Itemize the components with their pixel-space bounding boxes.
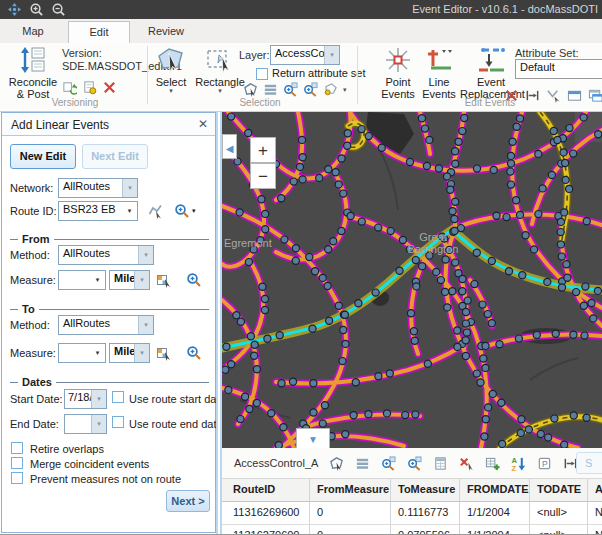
point-event-dot[interactable] <box>335 302 342 309</box>
point-event-dot[interactable] <box>268 410 275 417</box>
tab-map[interactable]: Map <box>8 21 58 43</box>
from-method-combobox[interactable]: AllRoutes ▾ <box>58 245 154 265</box>
point-event-dot[interactable] <box>236 209 243 216</box>
point-event-dot[interactable] <box>462 352 469 359</box>
layer-combobox[interactable]: AccessControl_A ▾ <box>270 45 340 65</box>
point-event-dot[interactable] <box>387 228 394 235</box>
point-event-dot[interactable] <box>519 272 526 279</box>
point-event-dot[interactable] <box>459 128 466 135</box>
point-event-dot[interactable] <box>324 282 331 289</box>
point-event-dot[interactable] <box>513 123 520 130</box>
point-event-dot[interactable] <box>580 114 587 121</box>
table-column-header[interactable]: TODATE <box>530 479 588 501</box>
point-event-dot[interactable] <box>463 329 470 336</box>
select-button[interactable]: Select ▾ <box>150 46 192 94</box>
network-dropdown-icon[interactable]: ▾ <box>122 179 137 197</box>
point-event-dot[interactable] <box>444 304 451 311</box>
clear-selection-icon[interactable] <box>323 82 338 97</box>
point-event-dot[interactable] <box>319 420 326 427</box>
select-dropdown-icon[interactable]: ▾ <box>150 88 192 94</box>
merge-coincident-events-checkbox[interactable] <box>11 457 23 469</box>
point-event-dot[interactable] <box>488 257 495 264</box>
point-event-dot[interactable] <box>437 277 444 284</box>
select-by-polygon-icon[interactable] <box>243 82 258 97</box>
point-event-dot[interactable] <box>557 218 564 225</box>
point-event-dot[interactable] <box>225 386 232 393</box>
point-event-dot[interactable] <box>281 236 288 243</box>
point-event-dot[interactable] <box>449 208 456 215</box>
point-event-dot[interactable] <box>365 411 372 418</box>
new-edit-button[interactable]: New Edit <box>10 144 76 169</box>
start-date-dropdown-icon[interactable]: ▾ <box>91 390 106 408</box>
point-event-dot[interactable] <box>330 238 337 245</box>
point-event-dot[interactable] <box>452 259 459 266</box>
point-event-dot[interactable] <box>482 364 489 371</box>
point-event-dot[interactable] <box>262 226 269 233</box>
point-events-button[interactable]: Point Events <box>376 46 420 100</box>
point-event-dot[interactable] <box>399 236 406 243</box>
table-column-header[interactable]: AC <box>588 479 602 501</box>
point-event-dot[interactable] <box>459 275 466 282</box>
point-event-dot[interactable] <box>372 289 379 296</box>
point-event-dot[interactable] <box>507 168 514 175</box>
point-event-dot[interactable] <box>247 333 254 340</box>
point-event-dot[interactable] <box>375 224 382 231</box>
point-event-dot[interactable] <box>352 379 359 386</box>
point-event-dot[interactable] <box>421 125 428 132</box>
table-clear-selection-icon[interactable] <box>459 456 474 471</box>
point-event-dot[interactable] <box>583 218 590 225</box>
table-column-header[interactable]: FROMDATE <box>460 479 530 501</box>
point-event-dot[interactable] <box>355 300 362 307</box>
point-event-dot[interactable] <box>580 302 587 309</box>
point-event-dot[interactable] <box>452 198 459 205</box>
point-event-dot[interactable] <box>299 176 306 183</box>
point-event-dot[interactable] <box>292 245 299 252</box>
point-event-dot[interactable] <box>402 412 409 419</box>
point-event-dot[interactable] <box>342 431 349 438</box>
use-route-end-date-checkbox[interactable] <box>112 416 124 428</box>
zoom-to-selection-icon[interactable] <box>283 82 298 97</box>
point-event-dot[interactable] <box>264 335 271 342</box>
point-event-dot[interactable] <box>507 152 514 159</box>
point-event-dot[interactable] <box>245 129 252 136</box>
point-event-dot[interactable] <box>513 197 520 204</box>
point-event-dot[interactable] <box>412 257 419 264</box>
point-event-dot[interactable] <box>316 174 323 181</box>
point-event-dot[interactable] <box>561 441 568 448</box>
point-event-dot[interactable] <box>570 331 577 338</box>
point-event-dot[interactable] <box>454 343 461 350</box>
point-event-dot[interactable] <box>412 411 419 418</box>
point-event-dot[interactable] <box>237 318 244 325</box>
map-canvas[interactable]: Egremont Great Barrington <box>222 112 602 448</box>
point-event-dot[interactable] <box>518 416 525 423</box>
prevent-measures-checkbox[interactable] <box>11 472 23 484</box>
point-event-dot[interactable] <box>515 335 522 342</box>
point-event-dot[interactable] <box>481 433 488 440</box>
point-event-dot[interactable] <box>563 261 570 268</box>
point-event-dot[interactable] <box>309 325 316 332</box>
point-event-dot[interactable] <box>544 278 551 285</box>
point-event-dot[interactable] <box>594 287 601 294</box>
point-event-dot[interactable] <box>289 378 296 385</box>
point-event-dot[interactable] <box>548 171 555 178</box>
point-event-dot[interactable] <box>517 429 524 436</box>
point-event-dot[interactable] <box>462 320 469 327</box>
table-list-icon[interactable] <box>355 456 370 471</box>
table-row[interactable]: 1131627060000.07955961/1/2004<null>N <box>222 525 602 535</box>
from-units-combobox[interactable]: Miles ▾ <box>109 270 150 290</box>
point-event-dot[interactable] <box>410 328 417 335</box>
return-attribute-set-checkbox[interactable] <box>256 68 268 80</box>
point-event-dot[interactable] <box>312 268 319 275</box>
from-measure-dropdown-icon[interactable]: ▾ <box>90 271 105 289</box>
selection-list-icon[interactable] <box>263 82 278 97</box>
point-event-dot[interactable] <box>310 380 317 387</box>
point-event-dot[interactable] <box>558 253 565 260</box>
point-event-dot[interactable] <box>461 114 468 121</box>
table-save-button[interactable]: S <box>576 452 602 474</box>
point-event-dot[interactable] <box>222 366 229 373</box>
point-event-dot[interactable] <box>233 312 240 319</box>
event-window-alt-icon[interactable] <box>588 88 602 103</box>
point-event-dot[interactable] <box>493 212 500 219</box>
point-event-dot[interactable] <box>406 158 413 165</box>
table-layer-name[interactable]: AccessControl_A <box>234 457 318 469</box>
